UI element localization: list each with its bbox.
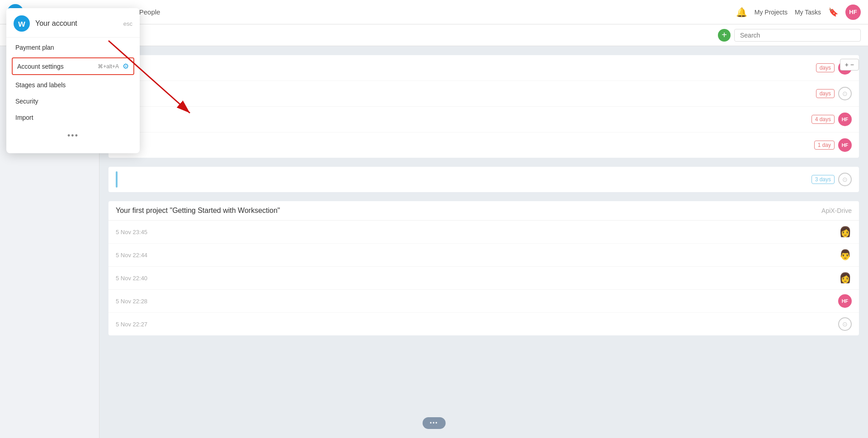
dropdown-logo: w — [14, 15, 30, 32]
dropdown-item-account-settings[interactable]: Account settings ⌘+alt+A ⚙ — [12, 57, 134, 75]
dropdown-menu: w Your account esc Payment plan Account … — [6, 8, 140, 153]
stages-label: Stages and labels — [15, 81, 66, 89]
account-settings-label: Account settings — [17, 63, 92, 70]
dropdown-item-stages[interactable]: Stages and labels — [6, 77, 140, 93]
dropdown-item-security[interactable]: Security — [6, 93, 140, 109]
account-settings-shortcut: ⌘+alt+A — [98, 63, 119, 70]
gear-icon: ⚙ — [123, 62, 129, 71]
payment-plan-label: Payment plan — [15, 44, 54, 51]
dropdown-title: Your account — [35, 19, 118, 28]
dropdown-more-button[interactable]: ••• — [6, 126, 140, 146]
import-label: Import — [15, 114, 33, 121]
dropdown-item-payment-plan[interactable]: Payment plan — [6, 39, 140, 56]
security-label: Security — [15, 98, 38, 105]
dropdown-esc-button[interactable]: esc — [123, 20, 132, 27]
dropdown-item-import[interactable]: Import — [6, 109, 140, 126]
dropdown-header: w Your account esc — [6, 8, 140, 38]
dropdown-overlay: w Your account esc Payment plan Account … — [0, 0, 868, 438]
